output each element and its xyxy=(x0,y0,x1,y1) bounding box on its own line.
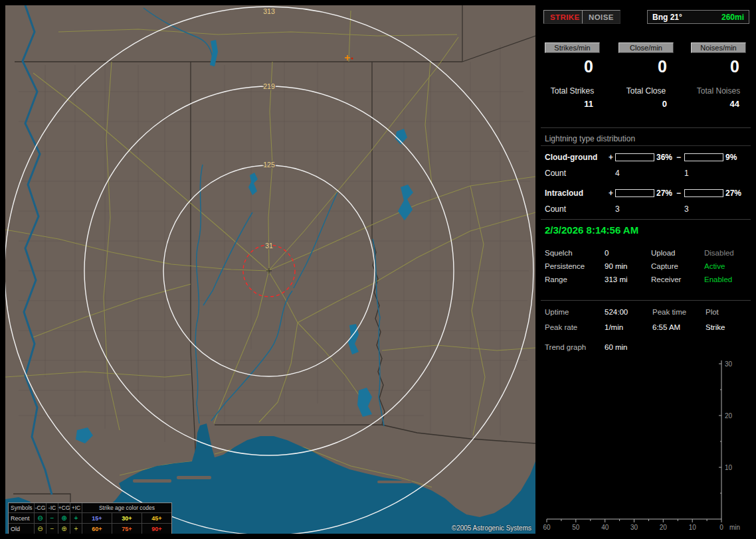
ic-plus-count: 3 xyxy=(615,204,620,214)
copyright-text: ©2005 Astrogenic Systems xyxy=(452,524,531,532)
receiver-status: Enabled xyxy=(704,275,732,283)
graph-axes xyxy=(547,360,721,519)
strikes-per-min-label: Strikes/min xyxy=(545,42,600,53)
nexstorm-window: 313 219 125 31 Symbols -CG -IC +CG +IC S… xyxy=(0,0,756,539)
range-setting-value: 313 mi xyxy=(605,275,628,283)
intracloud-row: Intracloud + 27% − 27% xyxy=(545,189,749,198)
cg-minus-count: 1 xyxy=(684,169,689,178)
x-tick-40: 40 xyxy=(601,524,609,531)
datetime-display: 2/3/2026 8:14:56 AM xyxy=(545,224,638,236)
ic-minus-count: 3 xyxy=(684,204,689,214)
count-label: Count xyxy=(545,169,566,178)
trend-row: Trend graph 60 min xyxy=(541,343,751,352)
upload-label: Upload xyxy=(651,249,675,257)
cg-minus-pct: 9% xyxy=(725,153,737,162)
age-30: 30+ xyxy=(112,513,142,523)
ring-label-31: 31 xyxy=(265,242,273,250)
noises-per-min: Noises/min 0 xyxy=(691,42,746,75)
legend-row-old-label: Old xyxy=(9,524,34,534)
trend-graph-label: Trend graph xyxy=(545,343,586,351)
x-tick-20: 20 xyxy=(660,524,668,531)
lightning-map[interactable]: 313 219 125 31 Symbols -CG -IC +CG +IC S… xyxy=(5,5,535,534)
capture-label: Capture xyxy=(651,262,678,270)
total-close-value: 0 xyxy=(618,99,674,109)
range-label: Range xyxy=(545,275,567,283)
bearing-display: Bng 21° 260mi xyxy=(647,10,749,24)
legend-col-pic: +IC xyxy=(70,503,82,512)
capture-status: Active xyxy=(704,262,725,270)
intracloud-label: Intracloud xyxy=(545,189,583,198)
total-noises: Total Noises 44 xyxy=(691,86,746,109)
age-15: 15+ xyxy=(82,513,112,523)
close-per-min-label: Close/min xyxy=(618,42,674,53)
minus-sign: − xyxy=(676,189,681,198)
close-per-min-value: 0 xyxy=(618,58,674,75)
graph-labels: 30 20 10 60 50 40 30 20 10 0 min xyxy=(543,360,740,531)
persistence-label: Persistence xyxy=(545,262,585,270)
nic-symbol-icon: − xyxy=(47,524,58,534)
divider xyxy=(541,127,751,128)
total-strikes-value: 11 xyxy=(545,99,600,109)
cloud-ground-row: Cloud-ground + 36% − 9% xyxy=(545,153,749,162)
minus-sign: − xyxy=(676,153,681,162)
trend-graph: 30 20 10 60 50 40 30 20 10 0 min xyxy=(541,354,751,533)
plot-value: Strike xyxy=(706,323,725,331)
total-close-label: Total Close xyxy=(618,86,674,96)
nic-symbol-icon: − xyxy=(47,513,58,523)
cg-plus-count: 4 xyxy=(615,169,620,178)
persistence-value: 90 min xyxy=(605,262,628,270)
distribution-title: Lightning type distribution xyxy=(545,134,635,143)
y-tick-10: 10 xyxy=(725,464,733,471)
noises-per-min-value: 0 xyxy=(691,58,746,75)
x-tick-30: 30 xyxy=(630,524,638,531)
plus-sign: + xyxy=(609,189,613,198)
uptime-value: 524:00 xyxy=(605,308,628,316)
count-label: Count xyxy=(545,204,566,214)
close-per-min: Close/min 0 xyxy=(618,42,674,75)
pcg-symbol-icon: ⊕ xyxy=(58,524,70,534)
total-strikes-label: Total Strikes xyxy=(545,86,600,96)
ring-label-219: 219 xyxy=(263,82,275,90)
ic-minus-bar xyxy=(684,189,723,197)
pic-symbol-icon: + xyxy=(70,524,82,534)
ring-label-125: 125 xyxy=(263,161,275,169)
map-canvas: 313 219 125 31 xyxy=(5,5,535,534)
x-tick-50: 50 xyxy=(572,524,580,531)
peak-rate-value: 1/min xyxy=(605,323,623,331)
upload-status: Disabled xyxy=(704,249,734,257)
pic-symbol-icon: + xyxy=(70,513,82,523)
cg-minus-bar xyxy=(684,153,723,161)
legend-col-nic: -IC xyxy=(47,503,58,512)
strike-button[interactable]: STRIKE xyxy=(543,10,587,24)
side-panel: STRIKE NOISE Bng 21° 260mi Strikes/min 0… xyxy=(541,5,751,534)
settings-row: Range 313 mi Receiver Enabled xyxy=(541,275,751,285)
settings-row: Persistence 90 min Capture Active xyxy=(541,262,751,271)
ncg-symbol-icon: ⊖ xyxy=(35,513,46,523)
trend-graph-value: 60 min xyxy=(605,343,628,351)
total-strikes: Total Strikes 11 xyxy=(545,86,600,109)
legend-age-header: Strike age color codes xyxy=(82,503,171,512)
y-tick-30: 30 xyxy=(725,360,733,368)
peak-time-value: 6:55 AM xyxy=(652,323,680,331)
ncg-symbol-icon: ⊖ xyxy=(35,524,46,534)
pcg-symbol-icon: ⊕ xyxy=(58,513,70,523)
age-75: 75+ xyxy=(112,524,142,534)
total-close: Total Close 0 xyxy=(618,86,674,109)
cg-plus-pct: 36% xyxy=(656,153,672,162)
cloud-ground-count-row: Count 4 1 xyxy=(545,169,749,178)
peak-rate-label: Peak rate xyxy=(545,323,577,331)
total-noises-label: Total Noises xyxy=(691,86,746,96)
divider xyxy=(541,145,751,146)
graph-ticks xyxy=(547,364,721,522)
receiver-label: Receiver xyxy=(651,275,681,283)
stats-row: Uptime 524:00 Peak time Plot xyxy=(541,308,751,317)
noises-per-min-label: Noises/min xyxy=(691,42,746,53)
legend-symbols-header: Symbols xyxy=(9,503,34,512)
divider xyxy=(541,219,751,220)
noise-button[interactable]: NOISE xyxy=(582,10,620,24)
ic-minus-pct: 27% xyxy=(725,189,741,198)
map-legend: Symbols -CG -IC +CG +IC Strike age color… xyxy=(8,502,172,534)
ring-label-313: 313 xyxy=(263,7,275,15)
strikes-per-min-value: 0 xyxy=(545,58,600,75)
uptime-label: Uptime xyxy=(545,308,569,316)
